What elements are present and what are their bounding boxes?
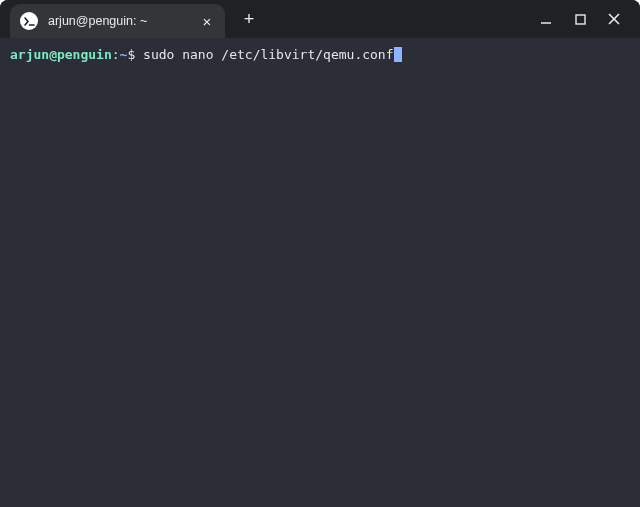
svg-rect-2 [576,15,585,24]
prompt-line: arjun@penguin:~$ sudo nano /etc/libvirt/… [10,46,630,64]
new-tab-button[interactable]: + [235,5,263,33]
cursor [394,47,402,62]
terminal-icon [20,12,38,30]
prompt-colon: : [112,47,120,62]
close-button[interactable] [604,9,624,29]
minimize-button[interactable] [536,9,556,29]
command-text: sudo nano /etc/libvirt/qemu.conf [143,47,393,62]
terminal-window: arjun@penguin: ~ × + arjun@penguin:~$ su… [0,0,640,507]
terminal-body[interactable]: arjun@penguin:~$ sudo nano /etc/libvirt/… [0,38,640,507]
prompt-userhost: arjun@penguin [10,47,112,62]
titlebar: arjun@penguin: ~ × + [0,0,640,38]
window-controls [536,9,634,29]
tab-active[interactable]: arjun@penguin: ~ × [10,4,225,38]
maximize-button[interactable] [570,9,590,29]
prompt-dollar: $ [127,47,143,62]
close-icon[interactable]: × [199,13,215,29]
tab-title: arjun@penguin: ~ [48,14,191,28]
